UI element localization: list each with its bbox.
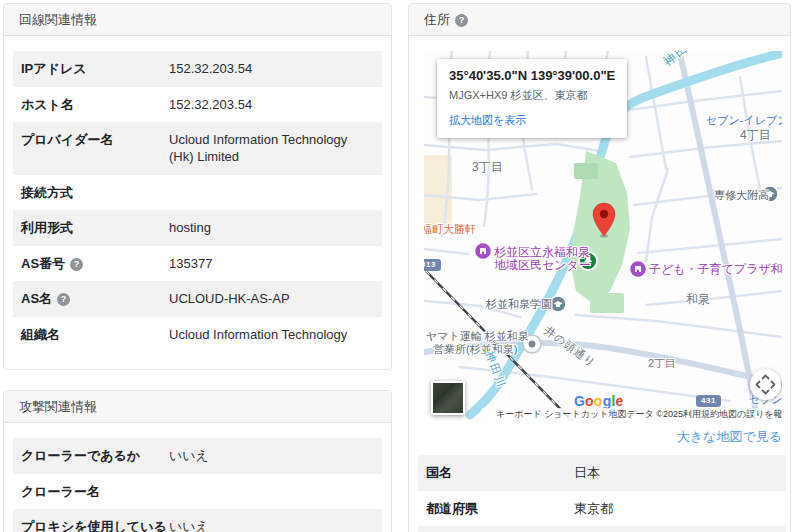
map-info-card: 35°40'35.0"N 139°39'00.0"E MJGX+HX9 杉並区、… — [437, 59, 627, 138]
pan-control[interactable] — [750, 369, 781, 400]
map-data-attribution: 地図データ ©2025 — [608, 408, 683, 421]
row-label: 都道府県 — [426, 500, 574, 517]
route-badge-431: 431 — [696, 395, 721, 407]
row-label: 組織名 — [21, 326, 169, 343]
pan-arrows-icon — [750, 369, 781, 400]
line-info-table: IPアドレス 152.32.203.54 ホスト名 152.32.203.54 … — [4, 36, 391, 369]
row-label: IPアドレス — [21, 60, 169, 77]
table-row: クローラーであるか いいえ — [13, 438, 382, 473]
table-row: IPアドレス 152.32.203.54 — [13, 51, 382, 86]
map-label-community-center: 地域区民センター — [494, 259, 591, 272]
table-row: プロキシを使用しているか いいえ — [13, 509, 382, 532]
address-panel: 住所? — [408, 3, 791, 532]
row-value: いいえ — [169, 518, 374, 532]
table-row: 利用形式 hosting — [13, 210, 382, 245]
community-center-icon[interactable] — [475, 243, 492, 260]
table-row: AS名? UCLOUD-HK-AS-AP — [13, 281, 382, 316]
row-value: 東京都 — [574, 500, 778, 517]
row-value: Ucloud Information Technology (Hk) Limit… — [169, 131, 374, 165]
help-icon[interactable]: ? — [70, 258, 83, 271]
row-value: UCLOUD-HK-AS-AP — [169, 290, 374, 307]
row-label: 利用形式 — [21, 219, 169, 236]
enlarge-map-link[interactable]: 拡大地図を表示 — [449, 113, 615, 128]
satellite-view-toggle[interactable] — [431, 381, 465, 415]
table-row — [418, 526, 786, 532]
row-value: Ucloud Information Technology — [169, 326, 374, 343]
left-column: 回線関連情報 IPアドレス 152.32.203.54 ホスト名 152.32.… — [3, 3, 392, 532]
map-label-school: 専修大附高 — [714, 188, 769, 203]
row-label: AS名? — [21, 290, 169, 307]
map-footer: キーボード ショートカット 地図データ ©2025 利用規約 地図の誤りを報告す… — [482, 408, 782, 421]
address-panel-title: 住所? — [409, 4, 790, 36]
row-value: 135377 — [169, 255, 374, 272]
row-label: プロバイダー名 — [21, 131, 169, 165]
table-row: ホスト名 152.32.203.54 — [13, 86, 382, 122]
attack-info-panel: 攻撃関連情報 クローラーであるか いいえ クローラー名 プロキシを使用しているか… — [3, 390, 392, 532]
row-label: クローラー名 — [21, 483, 169, 500]
row-value: 152.32.203.54 — [169, 96, 374, 113]
page: 回線関連情報 IPアドレス 152.32.203.54 ホスト名 152.32.… — [0, 0, 800, 532]
table-row: 都道府県 東京都 — [418, 490, 786, 526]
address-panel-body: 神田川 セブン-イレブン 4丁目 3丁目 専修大附高 永福町大勝軒 杉並区立永福… — [409, 36, 790, 532]
map-label-restaurant: 永福町大勝軒 — [424, 222, 476, 237]
row-label: クローラーであるか — [21, 447, 169, 464]
table-row: AS番号? 135377 — [13, 245, 382, 281]
map-label-area: 4丁目 — [740, 127, 771, 144]
map-label-area: 3丁目 — [472, 159, 503, 176]
table-row: 国名 日本 — [418, 455, 786, 490]
row-label: AS番号? — [21, 255, 169, 272]
row-label: 接続方式 — [21, 184, 169, 201]
coordinates-title: 35°40'35.0"N 139°39'00.0"E — [449, 68, 615, 83]
map-label-area: 2丁目 — [648, 356, 676, 371]
row-value: いいえ — [169, 447, 374, 464]
route-badge-413: 413 — [424, 259, 441, 271]
row-value: hosting — [169, 219, 374, 236]
row-label: ホスト名 — [21, 96, 169, 113]
google-logo[interactable]: Google — [574, 393, 623, 409]
row-value — [169, 483, 374, 500]
table-row: プロバイダー名 Ucloud Information Technology (H… — [13, 122, 382, 174]
row-value: 152.32.203.54 — [169, 60, 374, 77]
right-column: 住所? — [408, 3, 791, 532]
help-icon[interactable]: ? — [455, 14, 468, 27]
row-label: 国名 — [426, 464, 574, 481]
table-row: 接続方式 — [13, 174, 382, 210]
address-table: 国名 日本 都道府県 東京都 — [418, 455, 786, 532]
school-icon[interactable] — [550, 296, 566, 312]
map-label-yamato: 営業所(杉並和泉) — [433, 342, 517, 357]
attack-info-table: クローラーであるか いいえ クローラー名 プロキシを使用しているか いいえ — [4, 423, 391, 532]
view-larger-map-link[interactable]: 大きな地図で見る — [424, 428, 782, 446]
plus-code-subtitle: MJGX+HX9 杉並区、東京都 — [449, 88, 615, 103]
row-value — [169, 184, 374, 201]
kodomo-plaza-icon[interactable] — [630, 261, 647, 278]
terms-link[interactable]: 利用規約 — [683, 408, 719, 421]
row-label: プロキシを使用しているか — [21, 518, 169, 532]
google-map[interactable]: 神田川 セブン-イレブン 4丁目 3丁目 専修大附高 永福町大勝軒 杉並区立永福… — [424, 51, 782, 421]
map-label-store: セブン-イレブン — [706, 113, 782, 128]
map-label-school: 杉並和泉学園 — [486, 297, 552, 312]
table-row: クローラー名 — [13, 473, 382, 509]
help-icon[interactable]: ? — [57, 293, 70, 306]
table-row: 組織名 Ucloud Information Technology — [13, 316, 382, 352]
keyboard-shortcuts-button[interactable]: キーボード ショートカット — [496, 408, 608, 421]
attack-info-panel-title: 攻撃関連情報 — [4, 391, 391, 423]
report-error-link[interactable]: 地図の誤りを報告する — [719, 408, 782, 421]
row-value: 日本 — [574, 464, 778, 481]
line-info-panel-title: 回線関連情報 — [4, 4, 391, 36]
map-label-kodomo-plaza: 子ども・子育てプラザ和泉 — [649, 263, 782, 276]
line-info-panel: 回線関連情報 IPアドレス 152.32.203.54 ホスト名 152.32.… — [3, 3, 392, 370]
map-label-area: 和泉 — [686, 291, 710, 308]
